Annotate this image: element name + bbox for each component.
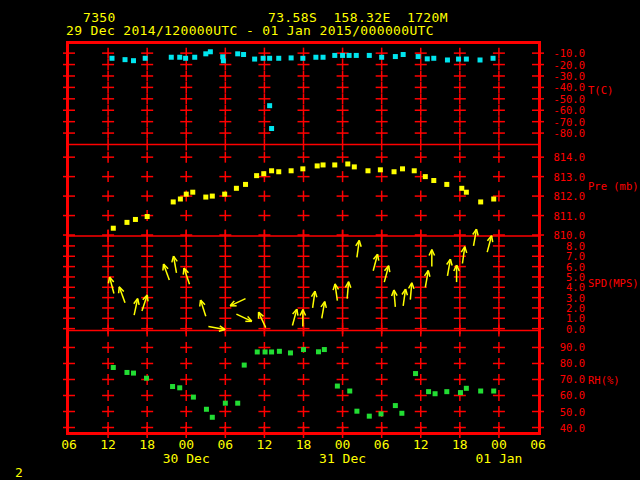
- y-tick-label: -60.0: [553, 104, 585, 116]
- chart-canvas: -10.0-20.0-30.0-40.0-50.0-60.0-70.0-80.0…: [0, 0, 640, 480]
- grid: -10.0-20.0-30.0-40.0-50.0-60.0-70.0-80.0…: [63, 47, 639, 438]
- data-point: [400, 166, 405, 171]
- data-point: [277, 349, 282, 354]
- data-point: [379, 411, 384, 416]
- data-point: [491, 197, 496, 202]
- data-point: [478, 57, 483, 62]
- aws-meteogram-screen: 7350 73.58S 158.32E 1720M 29 Dec 2014/12…: [0, 0, 640, 480]
- data-point: [243, 182, 248, 187]
- data-point: [433, 391, 438, 396]
- data-point: [423, 174, 428, 179]
- y-tick-label: -10.0: [553, 47, 585, 59]
- data-point: [399, 411, 404, 416]
- y-tick-label: 813.0: [553, 171, 585, 183]
- x-tick-label: 12: [100, 437, 116, 452]
- y-tick-label: 0.0: [566, 323, 585, 335]
- data-point: [459, 186, 464, 191]
- data-point: [478, 199, 483, 204]
- data-point: [491, 56, 496, 61]
- data-point: [210, 194, 215, 199]
- data-point: [241, 52, 246, 57]
- data-point: [393, 54, 398, 59]
- data-point: [267, 103, 272, 108]
- data-point: [491, 389, 496, 394]
- data-point: [210, 415, 215, 420]
- data-point: [183, 56, 188, 61]
- data-point: [426, 389, 431, 394]
- data-point: [234, 186, 239, 191]
- x-date-label: 30 Dec: [163, 451, 210, 466]
- data-point: [131, 58, 136, 63]
- data-point: [267, 56, 272, 61]
- data-point: [445, 57, 450, 62]
- data-point: [252, 57, 257, 62]
- data-point: [143, 56, 148, 61]
- wind-speed-series: [108, 229, 492, 331]
- axis-unit-label: T(C): [588, 84, 613, 96]
- data-point: [365, 168, 370, 173]
- x-tick-label: 06: [61, 437, 77, 452]
- data-point: [133, 217, 138, 222]
- data-point: [347, 389, 352, 394]
- data-point: [235, 51, 240, 56]
- data-point: [345, 161, 350, 166]
- data-point: [393, 403, 398, 408]
- y-tick-label: 40.0: [560, 422, 585, 434]
- data-point: [276, 56, 281, 61]
- data-point: [203, 195, 208, 200]
- data-point: [255, 349, 260, 354]
- data-point: [242, 363, 247, 368]
- data-point: [401, 52, 406, 57]
- data-point: [458, 390, 463, 395]
- data-point: [347, 53, 352, 58]
- data-point: [444, 389, 449, 394]
- data-point: [192, 55, 197, 60]
- x-tick-label: 18: [296, 437, 312, 452]
- x-tick-label: 18: [452, 437, 468, 452]
- x-axis-labels: 0612180006121800061218000630 Dec31 Dec01…: [61, 437, 546, 466]
- data-point: [322, 347, 327, 352]
- data-point: [190, 190, 195, 195]
- data-point: [335, 384, 340, 389]
- data-point: [204, 407, 209, 412]
- data-point: [367, 414, 372, 419]
- y-tick-label: -80.0: [553, 127, 585, 139]
- y-tick-label: 811.0: [553, 210, 585, 222]
- data-point: [301, 347, 306, 352]
- x-tick-label: 00: [335, 437, 351, 452]
- data-point: [288, 350, 293, 355]
- data-point: [332, 53, 337, 58]
- y-tick-label: 814.0: [553, 151, 585, 163]
- x-tick-label: 06: [374, 437, 390, 452]
- data-point: [123, 57, 128, 62]
- page-number: 2: [15, 465, 23, 480]
- x-date-label: 01 Jan: [475, 451, 522, 466]
- data-point: [254, 173, 259, 178]
- y-tick-label: 80.0: [560, 357, 585, 369]
- data-point: [177, 55, 182, 60]
- y-tick-label: -40.0: [553, 81, 585, 93]
- axis-unit-label: RH(%): [588, 374, 620, 386]
- x-tick-label: 18: [139, 437, 155, 452]
- data-point: [300, 166, 305, 171]
- data-point: [412, 168, 417, 173]
- y-tick-label: 70.0: [560, 373, 585, 385]
- data-point: [235, 401, 240, 406]
- data-point: [269, 349, 274, 354]
- y-tick-label: 60.0: [560, 389, 585, 401]
- data-point: [340, 53, 345, 58]
- data-point: [145, 214, 150, 219]
- data-point: [464, 190, 469, 195]
- temperature-series: [109, 49, 495, 131]
- data-point: [109, 56, 114, 61]
- data-point: [169, 55, 174, 60]
- data-point: [313, 55, 318, 60]
- x-tick-label: 00: [491, 437, 507, 452]
- data-point: [222, 192, 227, 197]
- x-date-label: 31 Dec: [319, 451, 366, 466]
- data-point: [416, 54, 421, 59]
- data-point: [332, 162, 337, 167]
- y-tick-label: -20.0: [553, 59, 585, 71]
- data-point: [171, 199, 176, 204]
- data-point: [276, 169, 281, 174]
